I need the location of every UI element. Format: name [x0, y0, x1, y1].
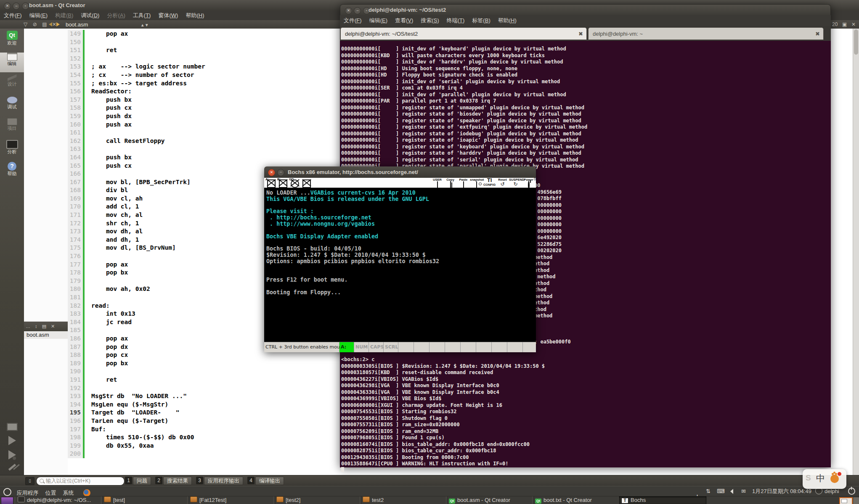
bochs-minimize-button[interactable]: – [277, 169, 284, 176]
code-text: push bx [85, 96, 132, 103]
output-tab-label[interactable]: 搜索结果 [163, 477, 192, 485]
bochs-CD-drive-icon[interactable]: CD [289, 179, 300, 187]
mode-help[interactable]: ?帮助 [0, 162, 24, 182]
keyboard-tray-icon[interactable]: ⌨ [717, 486, 725, 496]
ime-paw-icon[interactable] [830, 475, 839, 483]
menu-item[interactable]: 帮助(H) [494, 15, 520, 26]
show-desktop-button[interactable] [1, 497, 13, 504]
menu-item[interactable]: 标签(B) [468, 15, 494, 26]
taskbar-button[interactable]: Qtboot.txt - Qt Creator [532, 496, 620, 504]
tab-close-icon[interactable]: ✖ [578, 28, 583, 40]
open-file-selector[interactable]: boot.asm [66, 21, 88, 28]
taskbar-button[interactable]: [test] [101, 496, 189, 504]
locator-input[interactable]: 输入以定位(Ctrl+K) [36, 477, 125, 486]
pane-close-icon[interactable]: ✕ [51, 324, 55, 329]
terminal-tab[interactable]: delphi@delphi-vm: ~/OS/test2✖ [340, 27, 587, 40]
pane-sort-icon[interactable]: ↕ [35, 324, 37, 329]
taskbar-button[interactable]: [test2] [273, 496, 362, 504]
menu-item[interactable]: 搜索(S) [417, 15, 443, 26]
sidebar-toggle-button[interactable]: ▯ [25, 477, 34, 485]
output-tab-2[interactable]: 2搜索结果 [151, 477, 192, 484]
firefox-icon[interactable] [83, 489, 90, 496]
taskbar-button[interactable]: [Fat12Test] [187, 496, 276, 504]
taskbar-button[interactable]: Qtboot.asm - Qt Creator [446, 496, 534, 504]
mode-project[interactable]: 项目 [0, 118, 24, 138]
output-tab-4[interactable]: 4编译输出 [243, 477, 284, 484]
workspace-switcher[interactable] [839, 497, 853, 504]
terminal-icon [18, 496, 25, 502]
pane-split-icon[interactable]: ▤ [42, 324, 46, 329]
bochs-close-button[interactable]: ✕ [268, 169, 275, 176]
bochs-paste-button[interactable]: Paste [457, 178, 470, 188]
terminal-close-button[interactable]: ✕ [345, 7, 352, 14]
open-document-item[interactable]: boot.asm [24, 331, 68, 339]
bochs-copy-button[interactable]: Copy [444, 178, 457, 188]
forward-icon[interactable] [56, 22, 60, 26]
run-button[interactable] [8, 436, 16, 445]
network-updown-icon[interactable]: ⇅ [706, 486, 711, 496]
menu-item[interactable]: 工具(T) [129, 11, 155, 20]
scrollbar-thumb[interactable] [854, 29, 858, 55]
bochs-power-button[interactable]: Power [522, 178, 535, 188]
terminal-minimize-button[interactable]: – [354, 7, 361, 14]
split-icon[interactable]: ▤ [42, 20, 47, 29]
ime-mode-button[interactable]: 中 [816, 472, 825, 484]
back-icon[interactable] [49, 22, 52, 26]
output-tab-label[interactable]: 问题 [133, 477, 151, 485]
menu-item[interactable]: 终端(T) [443, 15, 469, 26]
lock-icon[interactable]: ▣ [842, 20, 847, 29]
mode-edit[interactable]: 编辑 [0, 53, 24, 72]
bochs-tape-drive-icon[interactable] [301, 179, 311, 187]
mode-design[interactable]: 设计 [0, 74, 24, 94]
sync-icon[interactable]: ⊘ [33, 20, 37, 29]
taskbar-button[interactable]: TBochs [618, 496, 707, 504]
close-editor-icon[interactable]: ✕ [851, 20, 856, 29]
bochs-user-button[interactable]: USER [431, 178, 444, 188]
menu-item[interactable]: 查看(V) [391, 15, 417, 26]
menu-item[interactable]: 文件(F) [0, 11, 26, 20]
bochs-reset-button[interactable]: Reset↺ [496, 178, 509, 188]
bochs-screen[interactable]: No LOADER ...VGABios current-cvs 16 Apr … [264, 188, 536, 342]
menu-item[interactable]: 编辑(E) [366, 15, 391, 26]
kit-selector-icon[interactable] [7, 423, 18, 431]
trash-applet-icon[interactable] [853, 497, 859, 504]
bochs-suspend-button[interactable]: SUSPEND↻ [509, 178, 522, 188]
taskbar-button[interactable]: delphi@delphi-vm: ~/OS... [15, 496, 103, 504]
bochs-A:-drive-icon[interactable]: A: [266, 179, 276, 187]
mode-analyze[interactable]: 分析 [0, 140, 24, 160]
build-button[interactable] [8, 464, 16, 471]
mail-icon[interactable]: ✉ [741, 486, 746, 496]
tab-close-icon[interactable]: ✖ [815, 28, 820, 40]
menu-item[interactable]: 调试(D) [77, 11, 103, 20]
pane-menu-icon[interactable]: … [26, 324, 30, 329]
output-tab-1[interactable]: 1问题 [121, 477, 151, 484]
menu-item[interactable]: 编辑(E) [26, 11, 51, 20]
file-dropdown-icon[interactable]: ▲▼ [141, 23, 149, 27]
ubuntu-logo-icon[interactable] [3, 488, 11, 496]
filter-icon[interactable]: ▽ [24, 20, 27, 29]
debug-run-button[interactable] [8, 450, 16, 459]
mode-qt[interactable]: Qt欢迎 [0, 31, 24, 50]
qt-minimize-button[interactable]: – [13, 3, 20, 10]
warning-tray-icon[interactable] [694, 486, 701, 496]
editor-scrollbar[interactable] [853, 29, 859, 475]
bochs-B:-drive-icon[interactable]: B: [278, 179, 288, 187]
mode-debug[interactable]: 调试 [0, 96, 24, 116]
menu-item[interactable]: 窗体(W) [154, 11, 182, 20]
qt-maximize-button[interactable]: ▫ [22, 3, 29, 10]
clock[interactable]: 1月27日星期六 08:04:49 [752, 486, 811, 496]
bochs-snapshot-button[interactable]: snapshot [470, 178, 483, 188]
qt-close-button[interactable]: ✕ [4, 3, 11, 10]
sidebar-pane[interactable] [24, 29, 68, 322]
output-tab-label[interactable]: 应用程序输出 [204, 477, 243, 485]
output-tab-label[interactable]: 编译输出 [255, 477, 284, 485]
taskbar-button[interactable]: test2 [360, 496, 448, 504]
menu-item[interactable]: 构建(B) [51, 11, 77, 20]
menu-item[interactable]: 分析(A) [103, 11, 129, 20]
menu-item[interactable]: 帮助(H) [182, 11, 208, 20]
power-menu-icon[interactable] [848, 486, 855, 496]
output-tab-3[interactable]: 3应用程序输出 [192, 477, 243, 484]
menu-item[interactable]: 文件(F) [340, 15, 366, 26]
terminal-tab[interactable]: delphi@delphi-vm: ~✖ [588, 27, 824, 40]
bochs-config-button[interactable]: TICONFIG [483, 178, 496, 188]
